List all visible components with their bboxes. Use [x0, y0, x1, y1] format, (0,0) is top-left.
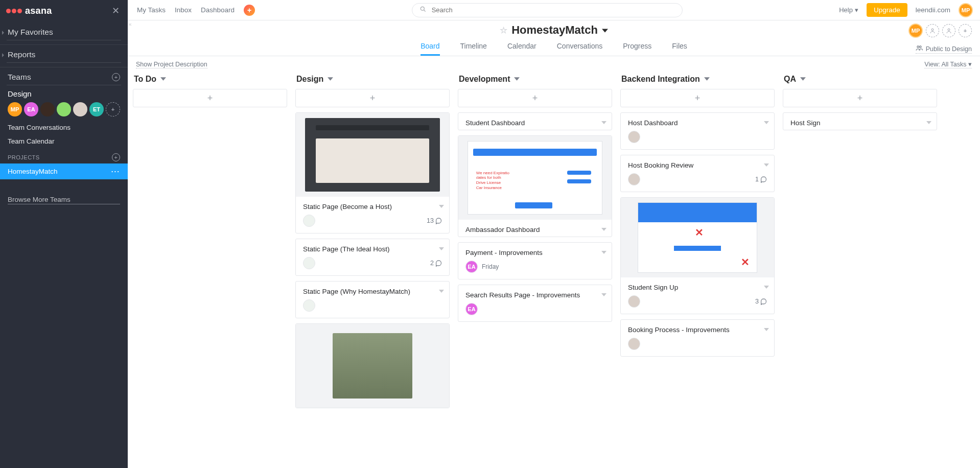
upgrade-button[interactable]: Upgrade — [867, 3, 907, 17]
card[interactable]: Host Dashboard — [620, 112, 775, 150]
add-card-button[interactable]: + — [458, 89, 612, 107]
assignee-avatar[interactable] — [303, 299, 315, 312]
assignee-avatar[interactable] — [628, 131, 640, 143]
app-root: asana ✕ My Favorites Reports Teams + Des… — [0, 0, 980, 468]
assignee-avatar[interactable] — [628, 295, 640, 308]
tab-board[interactable]: Board — [421, 42, 439, 56]
help-menu[interactable]: Help▾ — [839, 6, 858, 14]
column-header[interactable]: Development — [458, 73, 614, 89]
add-card-button[interactable]: + — [620, 89, 775, 107]
user-avatar[interactable]: MP — [959, 3, 973, 17]
card[interactable]: ✕✕Student Sign Up3 — [620, 197, 775, 314]
add-project-button[interactable]: + — [112, 153, 120, 161]
card[interactable]: Static Page (Why HomestayMatch) — [295, 281, 450, 318]
org-name[interactable]: leendii.com — [916, 6, 950, 14]
chevron-down-icon[interactable] — [601, 249, 606, 256]
column-body[interactable]: + — [133, 89, 289, 462]
team-conversations-link[interactable]: Team Conversations — [8, 121, 120, 134]
team-avatar[interactable]: EA — [24, 102, 38, 116]
add-card-button[interactable]: + — [783, 89, 937, 107]
team-avatar[interactable]: MP — [8, 102, 22, 116]
tab-calendar[interactable]: Calendar — [507, 42, 536, 56]
star-icon[interactable]: ☆ — [500, 25, 507, 36]
view-filter[interactable]: View: All Tasks ▾ — [924, 60, 972, 68]
card[interactable]: Payment - ImprovementsEAFriday — [458, 242, 612, 279]
card[interactable]: Host Sign — [783, 112, 937, 130]
comment-count[interactable]: 2 — [430, 260, 442, 267]
member-placeholder-icon[interactable] — [942, 24, 955, 37]
team-calendar-link[interactable]: Team Calendar — [8, 134, 120, 148]
tab-timeline[interactable]: Timeline — [460, 42, 487, 56]
project-dropdown-icon[interactable] — [602, 24, 608, 37]
chevron-down-icon[interactable] — [764, 284, 769, 291]
assignee-avatar[interactable]: EA — [465, 261, 478, 273]
card[interactable]: Static Page (Become a Host)13 — [295, 112, 450, 233]
chevron-down-icon[interactable] — [439, 288, 444, 295]
share-link[interactable]: Public to Design — [916, 44, 972, 54]
team-name[interactable]: Design — [8, 89, 120, 98]
column-body[interactable]: +Static Page (Become a Host)13 Static Pa… — [295, 89, 452, 462]
tab-conversations[interactable]: Conversations — [557, 42, 603, 56]
chevron-down-icon[interactable] — [439, 245, 444, 253]
logo[interactable]: asana — [6, 6, 52, 16]
member-avatar[interactable]: MP — [908, 24, 923, 38]
column-header[interactable]: To Do — [133, 73, 289, 89]
assignee-avatar[interactable] — [303, 257, 315, 269]
add-team-button[interactable]: + — [112, 73, 120, 81]
assignee-avatar[interactable] — [628, 173, 640, 185]
board[interactable]: To Do+Design+Static Page (Become a Host)… — [128, 73, 980, 468]
column-body[interactable]: +Student DashboardWe need Expiratiodates… — [458, 89, 614, 462]
column-body[interactable]: +Host DashboardHost Booking Review1 ✕✕St… — [620, 89, 777, 462]
nav-inbox[interactable]: Inbox — [175, 6, 192, 14]
chevron-down-icon[interactable] — [764, 161, 769, 169]
chevron-down-icon[interactable] — [601, 119, 606, 127]
card[interactable]: Student Dashboard — [458, 112, 612, 130]
chevron-down-icon[interactable] — [439, 203, 444, 210]
nav-dashboard[interactable]: Dashboard — [201, 6, 235, 14]
card[interactable]: Host Booking Review1 — [620, 155, 775, 192]
search-box[interactable] — [412, 3, 683, 17]
column-header[interactable]: QA — [783, 73, 939, 89]
comment-count[interactable]: 1 — [755, 176, 767, 183]
card[interactable] — [295, 323, 450, 408]
add-team-member-button[interactable]: + — [106, 102, 120, 116]
close-sidebar-icon[interactable]: ✕ — [110, 3, 122, 18]
favorites-header[interactable]: My Favorites — [8, 28, 120, 37]
assignee-avatar[interactable]: EA — [465, 303, 478, 315]
card[interactable]: We need Expiratiodates for bothDrive Lic… — [458, 135, 612, 237]
add-card-button[interactable]: + — [295, 89, 450, 107]
card[interactable]: Booking Process - Improvements — [620, 319, 775, 357]
chevron-down-icon[interactable] — [601, 291, 606, 299]
search-input[interactable] — [431, 6, 675, 14]
team-avatar[interactable] — [57, 102, 71, 116]
card[interactable]: Static Page (The Ideal Host)2 — [295, 239, 450, 276]
reports-header[interactable]: Reports — [8, 50, 120, 59]
project-item-homestaymatch[interactable]: HomestayMatch ··· — [0, 163, 128, 179]
column-body[interactable]: +Host Sign — [783, 89, 939, 462]
add-card-button[interactable]: + — [133, 89, 287, 107]
comment-count[interactable]: 3 — [755, 298, 767, 305]
team-avatar[interactable] — [73, 102, 87, 116]
team-avatar[interactable] — [40, 102, 55, 116]
chevron-down-icon[interactable] — [926, 119, 931, 127]
column-header[interactable]: Backend Integration — [620, 73, 777, 89]
chevron-down-icon[interactable] — [601, 226, 606, 233]
comment-count[interactable]: 13 — [427, 217, 442, 224]
nav-my-tasks[interactable]: My Tasks — [137, 6, 166, 14]
member-placeholder-icon[interactable] — [926, 24, 939, 37]
browse-teams-link[interactable]: Browse More Teams — [8, 196, 120, 204]
assignee-avatar[interactable] — [303, 215, 315, 227]
quick-add-button[interactable]: + — [244, 5, 255, 16]
chevron-down-icon[interactable] — [764, 119, 769, 127]
card[interactable]: Search Results Page - ImprovementsEA — [458, 285, 612, 322]
chevron-down-icon[interactable] — [764, 326, 769, 334]
show-description-link[interactable]: Show Project Description — [136, 61, 207, 68]
add-member-button[interactable]: + — [959, 24, 972, 37]
assignee-avatar[interactable] — [628, 338, 640, 350]
collapse-handle-icon[interactable]: « — [129, 21, 132, 27]
tab-progress[interactable]: Progress — [623, 42, 651, 56]
project-item-menu-icon[interactable]: ··· — [111, 168, 120, 175]
team-avatar[interactable]: ET — [89, 102, 104, 116]
column-header[interactable]: Design — [295, 73, 452, 89]
tab-files[interactable]: Files — [672, 42, 687, 56]
